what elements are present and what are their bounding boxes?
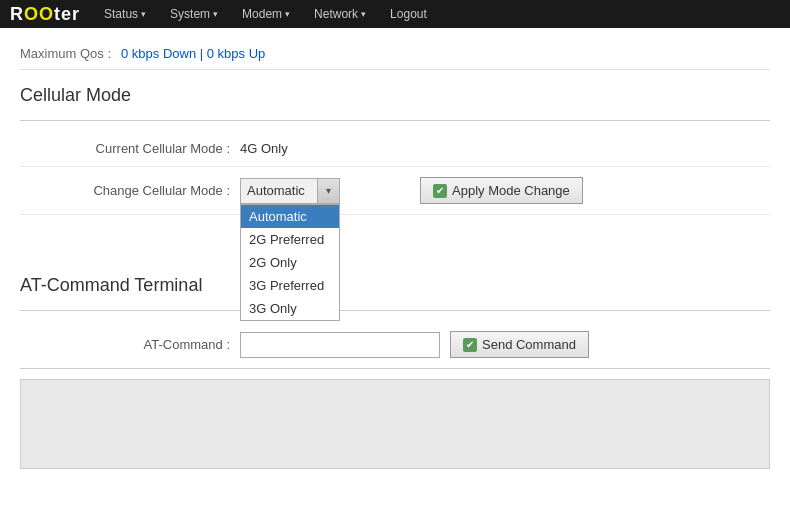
dropdown-option-2g-preferred[interactable]: 2G Preferred <box>241 228 339 251</box>
qos-value: 0 kbps Down | 0 kbps Up <box>121 46 265 61</box>
nav-modem[interactable]: Modem ▾ <box>232 3 300 25</box>
change-mode-row: Change Cellular Mode : Automatic ▾ Autom… <box>20 167 770 215</box>
cellular-section: Cellular Mode Current Cellular Mode : 4G… <box>20 85 770 215</box>
cellular-section-title: Cellular Mode <box>20 85 770 112</box>
at-divider <box>20 310 770 311</box>
at-command-label: AT-Command : <box>20 337 240 352</box>
qos-row: Maximum Qos : 0 kbps Down | 0 kbps Up <box>20 38 770 70</box>
current-mode-value: 4G Only <box>240 141 288 156</box>
nav-modem-arrow: ▾ <box>285 9 290 19</box>
dropdown-trigger[interactable]: Automatic ▾ <box>240 178 340 204</box>
apply-btn-label: Apply Mode Change <box>452 183 570 198</box>
at-command-input[interactable] <box>240 332 440 358</box>
nav-logout[interactable]: Logout <box>380 3 437 25</box>
dropdown-arrow-button[interactable]: ▾ <box>317 179 339 203</box>
nav-status-arrow: ▾ <box>141 9 146 19</box>
at-output-divider <box>20 368 770 369</box>
nav-system[interactable]: System ▾ <box>160 3 228 25</box>
change-mode-label: Change Cellular Mode : <box>20 183 240 198</box>
nav-system-arrow: ▾ <box>213 9 218 19</box>
send-icon: ✔ <box>463 338 477 352</box>
at-command-row: AT-Command : ✔ Send Command <box>20 321 770 368</box>
at-terminal-section: AT-Command Terminal AT-Command : ✔ Send … <box>20 275 770 469</box>
dropdown-menu: Automatic 2G Preferred 2G Only 3G Prefer… <box>240 204 340 321</box>
dropdown-option-3g-only[interactable]: 3G Only <box>241 297 339 320</box>
cellular-mode-dropdown[interactable]: Automatic ▾ Automatic 2G Preferred 2G On… <box>240 178 340 204</box>
at-section-title: AT-Command Terminal <box>20 275 770 302</box>
send-command-button[interactable]: ✔ Send Command <box>450 331 589 358</box>
qos-label: Maximum Qos : <box>20 46 111 61</box>
cellular-divider <box>20 120 770 121</box>
apply-icon: ✔ <box>433 184 447 198</box>
apply-mode-button[interactable]: ✔ Apply Mode Change <box>420 177 583 204</box>
nav-status[interactable]: Status ▾ <box>94 3 156 25</box>
terminal-output <box>20 379 770 469</box>
send-btn-label: Send Command <box>482 337 576 352</box>
current-mode-row: Current Cellular Mode : 4G Only <box>20 131 770 167</box>
dropdown-option-automatic[interactable]: Automatic <box>241 205 339 228</box>
navbar: ROOter Status ▾ System ▾ Modem ▾ Network… <box>0 0 790 28</box>
main-content: Maximum Qos : 0 kbps Down | 0 kbps Up Ce… <box>0 28 790 489</box>
dropdown-option-3g-preferred[interactable]: 3G Preferred <box>241 274 339 297</box>
nav-network[interactable]: Network ▾ <box>304 3 376 25</box>
dropdown-selected-text: Automatic <box>241 183 317 198</box>
brand-logo: ROOter <box>10 4 80 25</box>
nav-network-arrow: ▾ <box>361 9 366 19</box>
current-mode-label: Current Cellular Mode : <box>20 141 240 156</box>
dropdown-option-2g-only[interactable]: 2G Only <box>241 251 339 274</box>
